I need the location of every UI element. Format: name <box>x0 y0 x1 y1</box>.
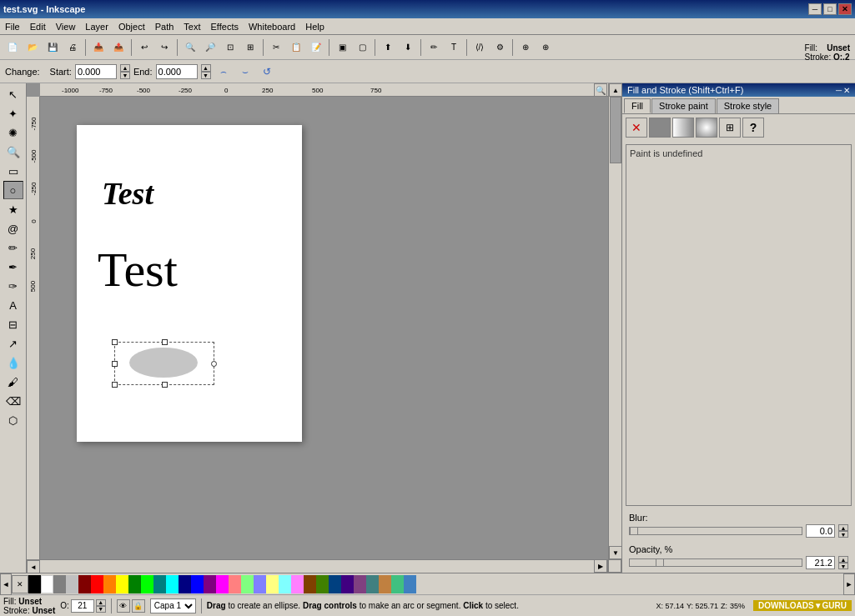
snap-button[interactable]: ⊕ <box>516 38 535 57</box>
opacity-track[interactable] <box>629 558 802 567</box>
start-spin[interactable]: ▲ ▼ <box>120 64 130 79</box>
handle-bottom-left[interactable] <box>112 382 118 388</box>
blur-track[interactable] <box>629 527 802 535</box>
menu-whiteboard[interactable]: Whiteboard <box>244 20 300 33</box>
nav-arrow-right[interactable]: ▶ <box>594 559 607 573</box>
color-mint[interactable] <box>391 575 404 593</box>
erase-tool[interactable]: ⌫ <box>3 392 23 410</box>
paint-linear-btn[interactable] <box>672 118 694 138</box>
color-white[interactable] <box>41 575 53 593</box>
gradient-tool[interactable]: ⊟ <box>3 315 23 333</box>
start-spin-up[interactable]: ▲ <box>120 64 130 72</box>
end-spin-down[interactable]: ▼ <box>201 72 211 79</box>
panel-minimize-btn[interactable]: ─ <box>836 86 842 95</box>
text-tool-button[interactable]: T <box>445 38 463 57</box>
handle-top-left[interactable] <box>112 339 118 345</box>
node-tool[interactable]: ✦ <box>3 104 23 123</box>
paint-pattern-btn[interactable]: ⊞ <box>719 118 741 138</box>
color-light-cyan[interactable] <box>279 575 291 593</box>
rect-tool[interactable]: ▭ <box>3 162 23 180</box>
paint-none-btn[interactable]: ✕ <box>626 118 647 138</box>
xml-button[interactable]: ⟨/⟩ <box>470 38 489 57</box>
import-button[interactable]: 📥 <box>89 38 108 57</box>
color-red[interactable] <box>91 575 103 593</box>
start-input[interactable] <box>75 64 117 79</box>
menu-text[interactable]: Text <box>179 20 205 33</box>
color-cyan[interactable] <box>166 575 179 593</box>
end-input[interactable] <box>156 64 198 79</box>
color-light-red[interactable] <box>229 575 241 593</box>
ellipse-tool[interactable]: ○ <box>3 181 23 199</box>
color-slate[interactable] <box>366 575 379 593</box>
cut-button[interactable]: ✂ <box>267 38 285 57</box>
color-indigo[interactable] <box>341 575 354 593</box>
select-tool[interactable]: ↖ <box>3 85 23 103</box>
color-mauve[interactable] <box>354 575 366 593</box>
close-button[interactable]: ✕ <box>838 3 852 15</box>
start-spin-down[interactable]: ▼ <box>120 72 130 79</box>
blur-value-input[interactable] <box>806 524 835 538</box>
color-light-yellow[interactable] <box>266 575 279 593</box>
maximize-button[interactable]: □ <box>823 3 837 15</box>
menu-view[interactable]: View <box>51 20 81 33</box>
color-olive[interactable] <box>316 575 329 593</box>
text-tool[interactable]: A <box>3 296 23 314</box>
handle-top-center[interactable] <box>162 339 168 345</box>
paste-button[interactable]: 📝 <box>307 38 325 57</box>
connector-tool[interactable]: ↗ <box>3 334 23 353</box>
tweak-tool[interactable]: ✺ <box>3 123 23 142</box>
color-magenta[interactable] <box>216 575 229 593</box>
arc-btn2[interactable]: ⌣ <box>236 63 254 81</box>
end-spin[interactable]: ▲ ▼ <box>201 64 211 79</box>
ellipse-selection[interactable] <box>114 342 214 385</box>
raise-button[interactable]: ⬆ <box>379 38 397 57</box>
no-color-swatch[interactable]: ✕ <box>12 575 28 593</box>
menu-layer[interactable]: Layer <box>80 20 113 33</box>
3d-tool[interactable]: ⬡ <box>3 411 23 429</box>
arc-reset-btn[interactable]: ↺ <box>258 63 276 81</box>
layer-eye-btn[interactable]: 👁 <box>117 599 130 613</box>
handle-bottom-center[interactable] <box>162 382 168 388</box>
opacity-spin[interactable]: ▲ ▼ <box>838 556 848 569</box>
color-yellow[interactable] <box>116 575 128 593</box>
opacity-thumb[interactable] <box>656 558 664 567</box>
ellipse-shape[interactable] <box>129 348 198 378</box>
prefs-button[interactable]: ⚙ <box>490 38 509 57</box>
scroll-left-button[interactable]: ◄ <box>27 560 40 573</box>
opacity-spin-up[interactable]: ▲ <box>838 556 848 563</box>
end-spin-up[interactable]: ▲ <box>201 64 211 72</box>
blur-thumb[interactable] <box>630 527 638 535</box>
zoom-tool[interactable]: 🔍 <box>3 143 23 161</box>
handle-middle-right[interactable] <box>211 361 217 367</box>
scroll-up-button[interactable]: ▲ <box>609 83 621 97</box>
open-button[interactable]: 📂 <box>23 38 42 57</box>
color-lime[interactable] <box>141 575 153 593</box>
palette-scroll-left[interactable]: ◄ <box>0 573 12 595</box>
minimize-button[interactable]: ─ <box>808 3 822 15</box>
opacity-status-spin-down[interactable]: ▼ <box>96 606 106 613</box>
zoom-fit-button[interactable]: ⊡ <box>221 38 239 57</box>
color-maroon[interactable] <box>78 575 91 593</box>
zoom-out-button[interactable]: 🔎 <box>201 38 219 57</box>
copy-button[interactable]: 📋 <box>287 38 305 57</box>
color-orange[interactable] <box>103 575 116 593</box>
color-black[interactable] <box>28 575 41 593</box>
zoom-in-button[interactable]: 🔍 <box>181 38 199 57</box>
color-teal[interactable] <box>153 575 166 593</box>
panel-close-btn[interactable]: ✕ <box>843 86 850 95</box>
ungroup-button[interactable]: ▢ <box>353 38 371 57</box>
menu-edit[interactable]: Edit <box>25 20 51 33</box>
redo-button[interactable]: ↪ <box>155 38 174 57</box>
color-silver[interactable] <box>66 575 78 593</box>
opacity-status-input[interactable] <box>71 599 94 613</box>
spiral-tool[interactable]: @ <box>3 219 23 238</box>
menu-help[interactable]: Help <box>300 20 329 33</box>
paint-flat-btn[interactable] <box>649 118 671 138</box>
handle-middle-left[interactable] <box>112 361 118 367</box>
color-purple[interactable] <box>204 575 216 593</box>
arc-btn1[interactable]: ⌢ <box>214 63 233 81</box>
snap2-button[interactable]: ⊕ <box>536 38 555 57</box>
color-blue[interactable] <box>191 575 204 593</box>
group-button[interactable]: ▣ <box>333 38 351 57</box>
color-light-blue[interactable] <box>254 575 266 593</box>
